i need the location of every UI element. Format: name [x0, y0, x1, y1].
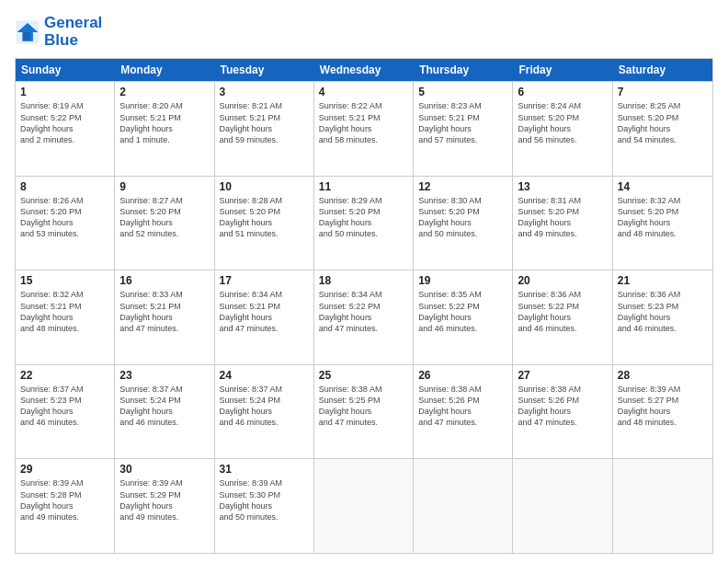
day-info: Sunrise: 8:39 AMSunset: 5:27 PMDaylight … [618, 384, 708, 429]
day-cell-3: 3Sunrise: 8:21 AMSunset: 5:21 PMDaylight… [215, 82, 314, 176]
day-number: 5 [418, 86, 507, 98]
day-number: 18 [319, 274, 408, 287]
day-number: 21 [618, 274, 708, 287]
day-number: 31 [220, 463, 309, 476]
day-number: 4 [319, 86, 408, 98]
header-cell-saturday: Saturday [613, 59, 712, 81]
day-info: Sunrise: 8:33 AMSunset: 5:21 PMDaylight … [119, 289, 209, 334]
day-number: 17 [220, 274, 309, 287]
day-info: Sunrise: 8:32 AMSunset: 5:20 PMDaylight … [618, 195, 708, 240]
logo: General Blue [15, 15, 102, 49]
header-cell-tuesday: Tuesday [215, 59, 314, 81]
empty-cell [414, 459, 513, 553]
day-info: Sunrise: 8:39 AMSunset: 5:28 PMDaylight … [20, 477, 109, 523]
day-cell-13: 13Sunrise: 8:31 AMSunset: 5:20 PMDayligh… [513, 177, 612, 270]
calendar-header: SundayMondayTuesdayWednesdayThursdayFrid… [16, 59, 712, 81]
day-info: Sunrise: 8:29 AMSunset: 5:20 PMDaylight … [319, 195, 408, 240]
day-info: Sunrise: 8:34 AMSunset: 5:21 PMDaylight … [220, 289, 309, 334]
day-cell-8: 8Sunrise: 8:26 AMSunset: 5:20 PMDaylight… [16, 177, 115, 270]
day-cell-9: 9Sunrise: 8:27 AMSunset: 5:20 PMDaylight… [115, 177, 214, 270]
day-number: 15 [20, 274, 109, 287]
day-number: 29 [20, 463, 109, 476]
day-info: Sunrise: 8:23 AMSunset: 5:21 PMDaylight … [418, 100, 507, 145]
header-cell-thursday: Thursday [414, 59, 513, 81]
day-cell-26: 26Sunrise: 8:38 AMSunset: 5:26 PMDayligh… [414, 365, 513, 459]
empty-cell [613, 459, 712, 553]
day-cell-25: 25Sunrise: 8:38 AMSunset: 5:25 PMDayligh… [314, 365, 414, 459]
day-number: 23 [119, 369, 209, 382]
day-info: Sunrise: 8:39 AMSunset: 5:29 PMDaylight … [119, 477, 209, 523]
day-cell-24: 24Sunrise: 8:37 AMSunset: 5:24 PMDayligh… [215, 365, 314, 459]
day-info: Sunrise: 8:31 AMSunset: 5:20 PMDaylight … [518, 195, 607, 240]
day-cell-4: 4Sunrise: 8:22 AMSunset: 5:21 PMDaylight… [314, 82, 414, 176]
day-number: 11 [319, 180, 408, 193]
day-info: Sunrise: 8:19 AMSunset: 5:22 PMDaylight … [20, 100, 109, 145]
day-cell-10: 10Sunrise: 8:28 AMSunset: 5:20 PMDayligh… [215, 177, 314, 270]
day-info: Sunrise: 8:27 AMSunset: 5:20 PMDaylight … [119, 195, 209, 240]
day-info: Sunrise: 8:37 AMSunset: 5:24 PMDaylight … [119, 384, 209, 429]
day-number: 16 [119, 274, 209, 287]
day-cell-19: 19Sunrise: 8:35 AMSunset: 5:22 PMDayligh… [414, 270, 513, 364]
day-info: Sunrise: 8:38 AMSunset: 5:26 PMDaylight … [518, 384, 607, 429]
day-info: Sunrise: 8:32 AMSunset: 5:21 PMDaylight … [20, 289, 109, 334]
day-cell-31: 31Sunrise: 8:39 AMSunset: 5:30 PMDayligh… [215, 459, 314, 553]
day-number: 2 [119, 86, 209, 98]
day-cell-30: 30Sunrise: 8:39 AMSunset: 5:29 PMDayligh… [115, 459, 214, 553]
week-row-5: 29Sunrise: 8:39 AMSunset: 5:28 PMDayligh… [16, 458, 712, 553]
day-cell-11: 11Sunrise: 8:29 AMSunset: 5:20 PMDayligh… [314, 177, 414, 270]
day-info: Sunrise: 8:28 AMSunset: 5:20 PMDaylight … [220, 195, 309, 240]
day-info: Sunrise: 8:22 AMSunset: 5:21 PMDaylight … [319, 100, 408, 145]
day-cell-7: 7Sunrise: 8:25 AMSunset: 5:20 PMDaylight… [613, 82, 712, 176]
day-number: 20 [518, 274, 607, 287]
day-number: 7 [618, 86, 708, 98]
day-cell-12: 12Sunrise: 8:30 AMSunset: 5:20 PMDayligh… [414, 177, 513, 270]
day-cell-16: 16Sunrise: 8:33 AMSunset: 5:21 PMDayligh… [115, 270, 214, 364]
day-info: Sunrise: 8:39 AMSunset: 5:30 PMDaylight … [220, 477, 309, 523]
calendar: SundayMondayTuesdayWednesdayThursdayFrid… [15, 58, 713, 554]
empty-cell [513, 459, 612, 553]
day-info: Sunrise: 8:38 AMSunset: 5:25 PMDaylight … [319, 384, 408, 429]
day-number: 24 [220, 369, 309, 382]
day-cell-18: 18Sunrise: 8:34 AMSunset: 5:22 PMDayligh… [314, 270, 414, 364]
day-cell-2: 2Sunrise: 8:20 AMSunset: 5:21 PMDaylight… [115, 82, 214, 176]
day-info: Sunrise: 8:38 AMSunset: 5:26 PMDaylight … [418, 384, 507, 429]
header-cell-wednesday: Wednesday [314, 59, 414, 81]
day-info: Sunrise: 8:21 AMSunset: 5:21 PMDaylight … [220, 100, 309, 145]
day-cell-22: 22Sunrise: 8:37 AMSunset: 5:23 PMDayligh… [16, 365, 115, 459]
day-info: Sunrise: 8:24 AMSunset: 5:20 PMDaylight … [518, 100, 607, 145]
calendar-page: General Blue SundayMondayTuesdayWednesda… [0, 0, 728, 563]
day-number: 3 [220, 86, 309, 98]
header-cell-friday: Friday [513, 59, 612, 81]
day-cell-5: 5Sunrise: 8:23 AMSunset: 5:21 PMDaylight… [414, 82, 513, 176]
day-cell-6: 6Sunrise: 8:24 AMSunset: 5:20 PMDaylight… [513, 82, 612, 176]
day-number: 26 [418, 369, 507, 382]
day-info: Sunrise: 8:30 AMSunset: 5:20 PMDaylight … [418, 195, 507, 240]
logo-text: General Blue [44, 15, 102, 49]
day-number: 28 [618, 369, 708, 382]
day-number: 9 [119, 180, 209, 193]
day-number: 1 [20, 86, 109, 98]
day-cell-27: 27Sunrise: 8:38 AMSunset: 5:26 PMDayligh… [513, 365, 612, 459]
week-row-1: 1Sunrise: 8:19 AMSunset: 5:22 PMDaylight… [16, 81, 712, 176]
day-cell-14: 14Sunrise: 8:32 AMSunset: 5:20 PMDayligh… [613, 177, 712, 270]
day-cell-23: 23Sunrise: 8:37 AMSunset: 5:24 PMDayligh… [115, 365, 214, 459]
day-info: Sunrise: 8:20 AMSunset: 5:21 PMDaylight … [119, 100, 209, 145]
day-number: 8 [20, 180, 109, 193]
day-cell-21: 21Sunrise: 8:36 AMSunset: 5:23 PMDayligh… [613, 270, 712, 364]
day-cell-15: 15Sunrise: 8:32 AMSunset: 5:21 PMDayligh… [16, 270, 115, 364]
day-cell-17: 17Sunrise: 8:34 AMSunset: 5:21 PMDayligh… [215, 270, 314, 364]
day-cell-28: 28Sunrise: 8:39 AMSunset: 5:27 PMDayligh… [613, 365, 712, 459]
day-number: 6 [518, 86, 607, 98]
day-cell-1: 1Sunrise: 8:19 AMSunset: 5:22 PMDaylight… [16, 82, 115, 176]
day-info: Sunrise: 8:36 AMSunset: 5:22 PMDaylight … [518, 289, 607, 334]
day-cell-29: 29Sunrise: 8:39 AMSunset: 5:28 PMDayligh… [16, 459, 115, 553]
week-row-2: 8Sunrise: 8:26 AMSunset: 5:20 PMDaylight… [16, 176, 712, 270]
week-row-4: 22Sunrise: 8:37 AMSunset: 5:23 PMDayligh… [16, 364, 712, 459]
day-number: 22 [20, 369, 109, 382]
day-info: Sunrise: 8:25 AMSunset: 5:20 PMDaylight … [618, 100, 708, 145]
logo-icon [15, 19, 40, 45]
day-number: 13 [518, 180, 607, 193]
day-number: 27 [518, 369, 607, 382]
day-number: 25 [319, 369, 408, 382]
day-number: 30 [119, 463, 209, 476]
